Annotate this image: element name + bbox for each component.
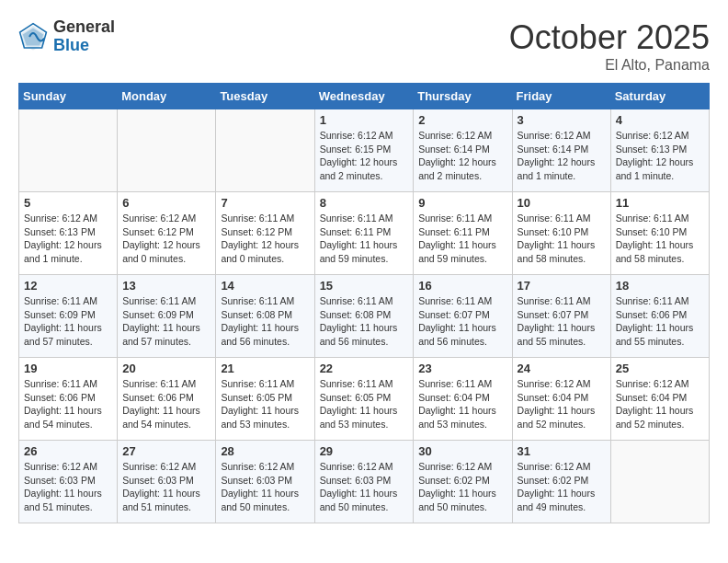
day-cell: 20Sunrise: 6:11 AM Sunset: 6:06 PM Dayli… [118,358,216,441]
day-number: 12 [24,279,112,293]
col-saturday: Saturday [610,84,709,109]
day-info: Sunrise: 6:12 AM Sunset: 6:14 PM Dayligh… [518,129,606,183]
logo-general-text: General [53,17,115,36]
day-info: Sunrise: 6:11 AM Sunset: 6:06 PM Dayligh… [616,294,704,349]
day-cell: 28Sunrise: 6:12 AM Sunset: 6:03 PM Dayli… [216,441,314,523]
day-cell: 10Sunrise: 6:11 AM Sunset: 6:10 PM Dayli… [512,192,610,275]
day-number: 27 [122,444,210,458]
day-cell [118,109,216,192]
day-cell [216,109,314,192]
day-cell: 7Sunrise: 6:11 AM Sunset: 6:12 PM Daylig… [216,192,314,275]
day-cell: 23Sunrise: 6:11 AM Sunset: 6:04 PM Dayli… [414,358,512,441]
day-cell: 27Sunrise: 6:12 AM Sunset: 6:03 PM Dayli… [118,441,216,523]
day-info: Sunrise: 6:11 AM Sunset: 6:05 PM Dayligh… [221,377,309,431]
day-number: 17 [518,279,606,293]
day-number: 10 [518,196,606,210]
day-info: Sunrise: 6:12 AM Sunset: 6:02 PM Dayligh… [418,460,506,514]
day-info: Sunrise: 6:12 AM Sunset: 6:13 PM Dayligh… [24,212,112,266]
day-number: 22 [320,362,409,375]
col-monday: Monday [118,84,216,109]
day-info: Sunrise: 6:11 AM Sunset: 6:11 PM Dayligh… [418,212,506,266]
week-row-2: 5Sunrise: 6:12 AM Sunset: 6:13 PM Daylig… [19,192,710,275]
day-cell: 11Sunrise: 6:11 AM Sunset: 6:10 PM Dayli… [610,192,709,275]
day-cell: 16Sunrise: 6:11 AM Sunset: 6:07 PM Dayli… [414,275,512,358]
day-number: 23 [418,362,506,375]
day-info: Sunrise: 6:11 AM Sunset: 6:07 PM Dayligh… [518,294,606,349]
day-info: Sunrise: 6:12 AM Sunset: 6:03 PM Dayligh… [122,460,210,514]
day-number: 7 [221,196,309,210]
day-number: 15 [320,279,409,293]
day-cell: 6Sunrise: 6:12 AM Sunset: 6:12 PM Daylig… [118,192,216,275]
day-cell: 8Sunrise: 6:11 AM Sunset: 6:11 PM Daylig… [314,192,414,275]
day-cell: 5Sunrise: 6:12 AM Sunset: 6:13 PM Daylig… [19,192,118,275]
week-row-5: 26Sunrise: 6:12 AM Sunset: 6:03 PM Dayli… [19,441,710,523]
day-cell: 18Sunrise: 6:11 AM Sunset: 6:06 PM Dayli… [610,275,709,358]
day-number: 28 [221,444,309,458]
day-info: Sunrise: 6:12 AM Sunset: 6:04 PM Dayligh… [518,377,606,431]
logo-icon [18,22,48,52]
day-number: 6 [122,196,210,210]
day-info: Sunrise: 6:12 AM Sunset: 6:02 PM Dayligh… [518,460,606,514]
day-number: 9 [418,196,506,210]
day-info: Sunrise: 6:11 AM Sunset: 6:10 PM Dayligh… [518,212,606,266]
day-number: 5 [24,196,112,210]
page-header: General Blue October 2025 El Alto, Panam… [18,18,710,74]
day-cell: 26Sunrise: 6:12 AM Sunset: 6:03 PM Dayli… [19,441,118,523]
day-number: 13 [122,279,210,293]
day-cell: 15Sunrise: 6:11 AM Sunset: 6:08 PM Dayli… [314,275,414,358]
day-number: 16 [418,279,506,293]
calendar-table: Sunday Monday Tuesday Wednesday Thursday… [18,83,710,523]
week-row-4: 19Sunrise: 6:11 AM Sunset: 6:06 PM Dayli… [19,358,710,441]
day-info: Sunrise: 6:11 AM Sunset: 6:11 PM Dayligh… [320,212,409,266]
day-cell: 13Sunrise: 6:11 AM Sunset: 6:09 PM Dayli… [118,275,216,358]
day-info: Sunrise: 6:11 AM Sunset: 6:10 PM Dayligh… [616,212,704,266]
day-number: 30 [418,444,506,458]
day-cell: 31Sunrise: 6:12 AM Sunset: 6:02 PM Dayli… [512,441,610,523]
day-cell: 25Sunrise: 6:12 AM Sunset: 6:04 PM Dayli… [610,358,709,441]
day-number: 20 [122,362,210,375]
day-info: Sunrise: 6:11 AM Sunset: 6:08 PM Dayligh… [221,294,309,349]
day-cell: 30Sunrise: 6:12 AM Sunset: 6:02 PM Dayli… [414,441,512,523]
day-cell: 3Sunrise: 6:12 AM Sunset: 6:14 PM Daylig… [512,109,610,192]
day-cell: 19Sunrise: 6:11 AM Sunset: 6:06 PM Dayli… [19,358,118,441]
day-cell: 24Sunrise: 6:12 AM Sunset: 6:04 PM Dayli… [512,358,610,441]
day-info: Sunrise: 6:12 AM Sunset: 6:03 PM Dayligh… [320,460,409,514]
day-cell: 1Sunrise: 6:12 AM Sunset: 6:15 PM Daylig… [314,109,414,192]
col-wednesday: Wednesday [314,84,414,109]
day-cell: 4Sunrise: 6:12 AM Sunset: 6:13 PM Daylig… [610,109,709,192]
day-info: Sunrise: 6:12 AM Sunset: 6:15 PM Dayligh… [320,129,409,183]
day-cell: 14Sunrise: 6:11 AM Sunset: 6:08 PM Dayli… [216,275,314,358]
location-subtitle: El Alto, Panama [509,57,710,74]
day-info: Sunrise: 6:11 AM Sunset: 6:06 PM Dayligh… [122,377,210,431]
weekday-row: Sunday Monday Tuesday Wednesday Thursday… [19,84,710,109]
month-title: October 2025 [509,18,710,57]
day-cell [19,109,118,192]
day-number: 21 [221,362,309,375]
day-info: Sunrise: 6:11 AM Sunset: 6:09 PM Dayligh… [122,294,210,349]
week-row-3: 12Sunrise: 6:11 AM Sunset: 6:09 PM Dayli… [19,275,710,358]
day-info: Sunrise: 6:11 AM Sunset: 6:12 PM Dayligh… [221,212,309,266]
day-number: 4 [616,113,704,127]
day-info: Sunrise: 6:11 AM Sunset: 6:09 PM Dayligh… [24,294,112,349]
day-cell: 21Sunrise: 6:11 AM Sunset: 6:05 PM Dayli… [216,358,314,441]
day-number: 25 [616,362,704,375]
day-number: 11 [616,196,704,210]
day-info: Sunrise: 6:12 AM Sunset: 6:03 PM Dayligh… [24,460,112,514]
day-cell [610,441,709,523]
day-cell: 2Sunrise: 6:12 AM Sunset: 6:14 PM Daylig… [414,109,512,192]
day-info: Sunrise: 6:12 AM Sunset: 6:04 PM Dayligh… [616,377,704,431]
logo: General Blue [18,18,115,55]
calendar-body: 1Sunrise: 6:12 AM Sunset: 6:15 PM Daylig… [19,109,710,523]
day-number: 14 [221,279,309,293]
day-number: 26 [24,444,112,458]
day-info: Sunrise: 6:12 AM Sunset: 6:12 PM Dayligh… [122,212,210,266]
day-info: Sunrise: 6:11 AM Sunset: 6:04 PM Dayligh… [418,377,506,431]
title-block: October 2025 El Alto, Panama [509,18,710,74]
day-number: 31 [518,444,606,458]
col-tuesday: Tuesday [216,84,314,109]
day-info: Sunrise: 6:12 AM Sunset: 6:03 PM Dayligh… [221,460,309,514]
day-number: 24 [518,362,606,375]
day-info: Sunrise: 6:12 AM Sunset: 6:14 PM Dayligh… [418,129,506,183]
day-number: 19 [24,362,112,375]
calendar-header: Sunday Monday Tuesday Wednesday Thursday… [19,84,710,109]
